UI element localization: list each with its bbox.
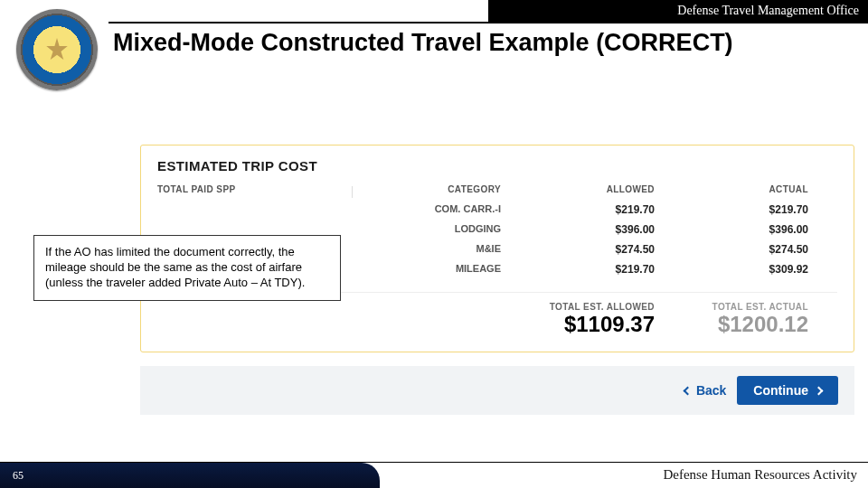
row-actual: $396.00: [664, 220, 808, 239]
col-allowed: ALLOWED: [510, 184, 655, 200]
rule: [108, 22, 868, 23]
total-actual-label: TOTAL EST. ACTUAL: [664, 302, 808, 312]
col-actual: ACTUAL: [664, 184, 808, 200]
row-category: M&IE: [347, 239, 501, 259]
row-actual: $309.92: [664, 259, 808, 279]
total-allowed-label: TOTAL EST. ALLOWED: [510, 302, 655, 312]
footer-org: Defense Human Resources Activity: [663, 467, 857, 483]
dod-seal-icon: [16, 9, 98, 90]
col-spp: TOTAL PAID SPP: [157, 184, 338, 200]
footer-bar: [0, 463, 380, 488]
wizard-nav: Back Continue: [140, 366, 854, 415]
row-allowed: $219.70: [510, 200, 655, 220]
total-actual-value: $1200.12: [664, 312, 808, 337]
back-label: Back: [696, 383, 726, 398]
slide-title: Mixed-Mode Constructed Travel Example (C…: [113, 29, 733, 58]
total-allowed-value: $1109.37: [510, 312, 655, 337]
chevron-right-icon: [815, 386, 824, 395]
row-actual: $274.50: [664, 239, 808, 259]
row-actual: $219.70: [664, 200, 808, 220]
row-allowed: $274.50: [510, 239, 655, 259]
col-category: CATEGORY: [347, 184, 501, 200]
back-button[interactable]: Back: [684, 383, 726, 398]
row-category: MILEAGE: [347, 259, 501, 279]
panel-heading: ESTIMATED TRIP COST: [157, 158, 837, 174]
continue-label: Continue: [753, 383, 808, 398]
instruction-callout: If the AO has limited the document corre…: [33, 235, 341, 301]
row-category: COM. CARR.-I: [347, 200, 501, 220]
header-bar: Defense Travel Management Office: [488, 0, 868, 22]
agency-name: Defense Travel Management Office: [677, 4, 859, 18]
slide-number: 65: [13, 469, 24, 483]
row-category: LODGING: [347, 220, 501, 239]
chevron-left-icon: [683, 386, 692, 395]
continue-button[interactable]: Continue: [737, 376, 838, 405]
row-allowed: $396.00: [510, 220, 655, 239]
row-allowed: $219.70: [510, 259, 655, 279]
